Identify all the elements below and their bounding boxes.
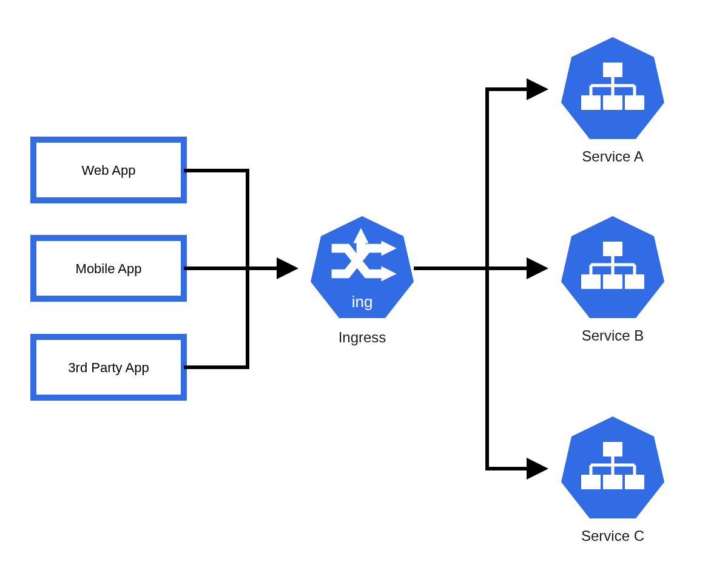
- service-node-a: [561, 37, 664, 139]
- service-label: Service A: [582, 148, 643, 165]
- service-node-b: [561, 216, 664, 318]
- ingress-icon-label: ing: [352, 293, 373, 311]
- service-node-c: [561, 416, 664, 518]
- ingress-node: ing: [311, 216, 414, 318]
- ingress-to-services-lines: [414, 89, 545, 469]
- client-label: Mobile App: [76, 261, 142, 276]
- client-box-3rd-party-app: 3rd Party App: [33, 337, 184, 398]
- ingress-label: Ingress: [339, 329, 386, 345]
- client-box-web-app: Web App: [33, 140, 184, 200]
- client-label: Web App: [82, 163, 136, 178]
- service-label: Service C: [581, 528, 644, 544]
- client-label: 3rd Party App: [68, 360, 149, 375]
- client-box-mobile-app: Mobile App: [33, 238, 184, 299]
- diagram-canvas: Web App Mobile App 3rd Party App ing Ing…: [0, 0, 728, 584]
- clients-to-ingress-lines: [184, 171, 295, 367]
- service-label: Service B: [582, 327, 644, 344]
